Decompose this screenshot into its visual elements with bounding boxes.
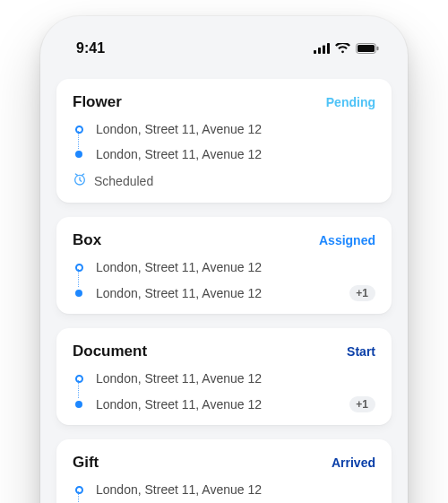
route-connector-icon — [78, 131, 80, 149]
stop-address: London, Street 11, Avenue 12 — [96, 122, 375, 136]
stop-marker — [73, 486, 85, 494]
footer-label: Scheduled — [94, 174, 153, 188]
card-header: DocumentStart — [73, 343, 375, 360]
route-stop: London, Street 11, Avenue 12 — [73, 147, 375, 161]
status-badge: Start — [347, 344, 375, 359]
route-stop: London, Street 11, Avenue 12 — [73, 260, 375, 274]
delivery-card[interactable]: GiftArrivedLondon, Street 11, Avenue 12L… — [56, 439, 392, 503]
stop-address: London, Street 11, Avenue 12 — [96, 371, 375, 386]
route-connector-icon — [78, 380, 80, 398]
status-bar: 9:41 — [40, 16, 408, 63]
status-indicators — [314, 43, 384, 54]
svg-rect-1 — [318, 48, 321, 54]
stop-address: London, Street 11, Avenue 12 — [96, 286, 339, 300]
extra-stops-badge: +1 — [349, 396, 375, 412]
route-stop: London, Street 11, Avenue 12 — [73, 482, 375, 497]
origin-dot-icon — [75, 486, 83, 494]
route-stop: London, Street 11, Avenue 12+1 — [73, 285, 375, 301]
origin-dot-icon — [75, 126, 83, 134]
stop-address: London, Street 11, Avenue 12 — [96, 260, 375, 274]
card-title: Box — [73, 231, 101, 249]
svg-rect-5 — [358, 45, 375, 52]
stop-address: London, Street 11, Avenue 12 — [96, 397, 339, 412]
clock-icon — [73, 172, 87, 190]
route-stop: London, Street 11, Avenue 12 — [73, 122, 375, 136]
destination-dot-icon — [75, 401, 82, 408]
card-header: FlowerPending — [73, 93, 375, 111]
stop-address: London, Street 11, Avenue 12 — [96, 482, 375, 497]
status-time: 9:41 — [64, 40, 105, 56]
card-header: BoxAssigned — [73, 231, 375, 249]
stop-address: London, Street 11, Avenue 12 — [96, 147, 375, 161]
route-stops: London, Street 11, Avenue 12London, Stre… — [73, 371, 375, 412]
status-badge: Arrived — [332, 455, 375, 470]
svg-rect-2 — [323, 46, 325, 55]
svg-rect-0 — [314, 50, 316, 54]
stop-marker — [73, 264, 85, 272]
stop-marker — [73, 151, 85, 158]
card-title: Gift — [73, 454, 99, 472]
delivery-card[interactable]: DocumentStartLondon, Street 11, Avenue 1… — [56, 328, 392, 425]
phone-frame: 9:41 FlowerP — [40, 16, 408, 503]
status-badge: Pending — [326, 95, 375, 109]
card-footer: Scheduled — [73, 172, 375, 190]
svg-rect-6 — [377, 47, 379, 50]
card-title: Flower — [73, 93, 122, 111]
card-header: GiftArrived — [73, 454, 375, 472]
delivery-list[interactable]: FlowerPendingLondon, Street 11, Avenue 1… — [40, 63, 408, 503]
stop-marker — [73, 375, 85, 383]
destination-dot-icon — [75, 290, 82, 297]
svg-rect-3 — [327, 43, 330, 54]
cellular-icon — [314, 43, 330, 54]
route-stops: London, Street 11, Avenue 12London, Stre… — [73, 122, 375, 161]
stop-marker — [73, 290, 85, 297]
status-badge: Assigned — [319, 233, 375, 247]
extra-stops-badge: +1 — [349, 285, 375, 301]
origin-dot-icon — [75, 264, 83, 272]
delivery-card[interactable]: FlowerPendingLondon, Street 11, Avenue 1… — [56, 79, 392, 203]
origin-dot-icon — [75, 375, 83, 383]
wifi-icon — [335, 43, 350, 54]
destination-dot-icon — [75, 151, 82, 158]
stop-marker — [73, 401, 85, 408]
card-title: Document — [73, 343, 147, 360]
route-connector-icon — [78, 269, 80, 287]
delivery-card[interactable]: BoxAssignedLondon, Street 11, Avenue 12L… — [56, 217, 392, 314]
route-stops: London, Street 11, Avenue 12London, Stre… — [73, 260, 375, 301]
battery-icon — [356, 43, 379, 54]
route-stop: London, Street 11, Avenue 12 — [73, 371, 375, 386]
route-stops: London, Street 11, Avenue 12London, Stre… — [73, 482, 375, 503]
route-stop: London, Street 11, Avenue 12+1 — [73, 396, 375, 412]
stop-marker — [73, 126, 85, 134]
